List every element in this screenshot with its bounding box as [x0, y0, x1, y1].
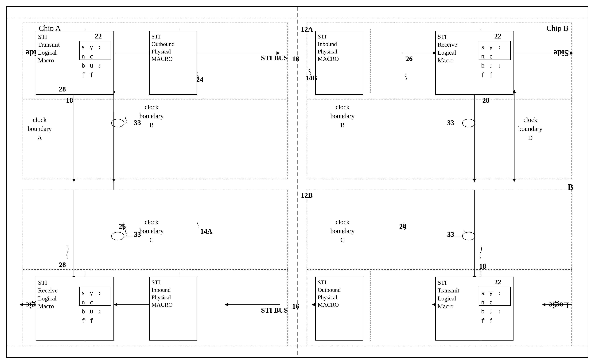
- sti-transmit-logical-bottom-right: STITransmitLogicalMacro s y : n cb u : f…: [435, 277, 513, 341]
- sti-receive-logical-top-right: STIReceiveLogicalMacro s y : n cb u : f …: [435, 31, 513, 95]
- ref-12b: 12B: [301, 191, 313, 199]
- sti-inbound-physical-top-right: STIInboundPhysicalMACRO: [315, 31, 363, 95]
- svg-marker-58: [312, 303, 315, 306]
- sti-bus-bottom: STI BUS: [261, 306, 288, 314]
- ref-24-top: 24: [196, 76, 203, 84]
- chip-b-label: Chip B: [546, 24, 568, 33]
- clock-boundary-a: clockboundaryA: [28, 116, 52, 142]
- ref-28-bottom-left: 28: [59, 261, 66, 269]
- svg-point-42: [111, 119, 124, 127]
- ref-18-bottom-right: 18: [479, 262, 486, 270]
- ref-22-top-right: 22: [494, 32, 501, 40]
- svg-point-69: [462, 232, 475, 240]
- clock-boundary-b-top-left: clockboundaryB: [140, 103, 164, 130]
- ref-26-top: 26: [406, 55, 413, 63]
- sync-text-top-right: s y : n cb u : f f: [479, 41, 510, 81]
- sti-outbound-physical-title: STIOutboundPhysicalMACRO: [149, 31, 197, 63]
- sync-text-bottom-left: s y : n cb u : f f: [80, 287, 111, 326]
- ref-14b: 14B: [305, 74, 317, 82]
- ref-24-bottom-right: 24: [399, 222, 406, 231]
- clock-boundary-c-bottom-right: clockboundaryC: [331, 218, 355, 244]
- ref-28-top-right: 28: [482, 96, 489, 104]
- b-label-right: B: [568, 182, 573, 192]
- logic-label-right-bottom: Logic: [549, 301, 569, 310]
- ref-16-bottom: 16: [292, 302, 299, 310]
- ref-26-bottom-left: 26: [119, 222, 126, 231]
- clock-boundary-d: clockboundaryD: [518, 116, 542, 142]
- ref-33-top-right: 33: [447, 119, 454, 127]
- svg-marker-62: [114, 303, 117, 306]
- sti-outbound-physical-bottom-title: STIOutboundPhysicalMACRO: [316, 277, 363, 309]
- sti-inbound-physical-title: STIInboundPhysicalMACRO: [316, 31, 363, 63]
- sync-buffer-bottom-right: s y : n cb u : f f: [479, 287, 511, 306]
- svg-marker-56: [432, 303, 435, 306]
- svg-marker-60: [225, 303, 228, 306]
- diagram-container: Chip A Chip B Side Logic Side B Logic ST…: [6, 6, 588, 358]
- ref-22-top-left: 22: [95, 32, 102, 40]
- ref-18-top-left: 18: [66, 96, 73, 104]
- sti-outbound-physical-top-left: STIOutboundPhysicalMACRO: [149, 31, 197, 95]
- sti-transmit-logical-top-left: STITransmitLogicalMacro s y : n cb u : f…: [36, 31, 114, 95]
- sti-inbound-physical-bottom-left: STIInboundPhysicalMACRO: [149, 277, 197, 341]
- ref-16-top: 16: [292, 55, 299, 63]
- svg-marker-34: [570, 51, 573, 55]
- sti-receive-logical-bottom-left: STIReceiveLogicalMacro s y : n cb u : f …: [36, 277, 114, 341]
- ref-33-bottom-right: 33: [447, 230, 454, 239]
- svg-point-51: [462, 119, 475, 127]
- svg-point-66: [111, 232, 124, 240]
- svg-marker-54: [542, 303, 545, 306]
- sync-buffer-top-left: s y : n cb u : f f: [79, 41, 111, 60]
- sti-bus-top: STI BUS: [261, 54, 288, 62]
- svg-marker-47: [473, 179, 476, 182]
- ref-14a: 14A: [200, 227, 212, 235]
- clock-boundary-b-top-right: clockboundaryB: [331, 103, 355, 130]
- sync-buffer-bottom-left: s y : n cb u : f f: [79, 287, 111, 306]
- svg-marker-64: [20, 303, 23, 306]
- sti-outbound-physical-bottom-right: STIOutboundPhysicalMACRO: [315, 277, 363, 341]
- side-label-right-top: Side: [554, 48, 569, 58]
- ref-12a: 12A: [301, 25, 313, 33]
- svg-marker-37: [72, 179, 75, 182]
- svg-marker-41: [112, 179, 115, 182]
- svg-marker-50: [513, 179, 516, 182]
- sync-buffer-top-right: s y : n cb u : f f: [479, 41, 511, 60]
- ref-22-bottom-right: 22: [494, 278, 501, 286]
- sti-inbound-physical-bottom-title: STIInboundPhysicalMACRO: [149, 277, 197, 309]
- sync-text-top-left: s y : n cb u : f f: [80, 41, 111, 81]
- sync-text-bottom-right: s y : n cb u : f f: [479, 287, 510, 326]
- clock-boundary-c-bottom-left: clockboundaryC: [140, 218, 164, 244]
- ref-28-top-left: 28: [59, 85, 66, 93]
